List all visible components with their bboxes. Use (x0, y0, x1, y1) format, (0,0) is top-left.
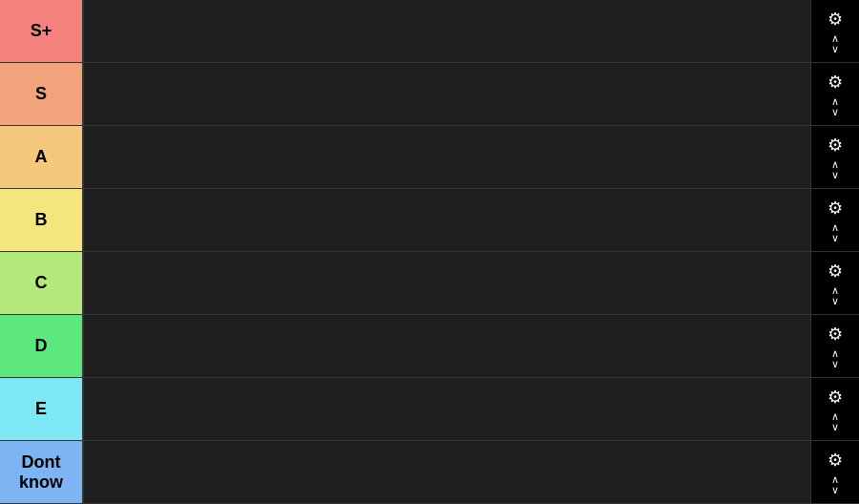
tier-label-sp: S+ (0, 0, 84, 62)
tier-controls-b: ⚙∧∨ (811, 189, 859, 251)
arrow-down-s[interactable]: ∨ (831, 107, 839, 117)
arrow-down-sp[interactable]: ∨ (831, 44, 839, 54)
arrow-down-a[interactable]: ∨ (831, 170, 839, 180)
arrow-up-c[interactable]: ∧ (831, 285, 839, 296)
gear-icon-d[interactable]: ⚙ (828, 324, 843, 345)
gear-icon-c[interactable]: ⚙ (828, 261, 843, 282)
tier-label-s: S (0, 63, 84, 125)
gear-icon-s[interactable]: ⚙ (828, 72, 843, 93)
arrow-down-dk[interactable]: ∨ (831, 485, 839, 495)
arrows-sp: ∧∨ (831, 33, 839, 54)
tier-controls-dk: ⚙∧∨ (811, 441, 859, 503)
tier-controls-d: ⚙∧∨ (811, 315, 859, 377)
tier-row-b: B⚙∧∨ (0, 189, 859, 252)
arrows-dk: ∧∨ (831, 474, 839, 495)
tier-label-e: E (0, 378, 84, 440)
tier-label-c: C (0, 252, 84, 314)
arrow-up-b[interactable]: ∧ (831, 222, 839, 233)
tier-row-c: C⚙∧∨ (0, 252, 859, 315)
tier-row-d: D⚙∧∨ (0, 315, 859, 378)
tier-controls-a: ⚙∧∨ (811, 126, 859, 188)
arrows-c: ∧∨ (831, 285, 839, 306)
gear-icon-sp[interactable]: ⚙ (828, 9, 843, 30)
tier-content-c[interactable] (84, 252, 811, 314)
arrows-e: ∧∨ (831, 411, 839, 432)
arrows-b: ∧∨ (831, 222, 839, 243)
tier-row-s: S⚙∧∨ (0, 63, 859, 126)
arrow-down-b[interactable]: ∨ (831, 233, 839, 243)
arrow-down-d[interactable]: ∨ (831, 359, 839, 369)
gear-icon-a[interactable]: ⚙ (828, 135, 843, 156)
tier-row-sp: S+⚙∧∨ (0, 0, 859, 63)
gear-icon-dk[interactable]: ⚙ (828, 450, 843, 471)
tier-content-s[interactable] (84, 63, 811, 125)
arrow-up-a[interactable]: ∧ (831, 159, 839, 170)
tier-label-b: B (0, 189, 84, 251)
tier-content-sp[interactable] (84, 0, 811, 62)
tier-content-e[interactable] (84, 378, 811, 440)
tier-row-e: E⚙∧∨ (0, 378, 859, 441)
tier-content-dk[interactable] (84, 441, 811, 503)
arrow-up-dk[interactable]: ∧ (831, 474, 839, 485)
gear-icon-b[interactable]: ⚙ (828, 198, 843, 219)
tier-label-dk: Dont know (0, 441, 84, 503)
gear-icon-e[interactable]: ⚙ (828, 387, 843, 408)
tier-label-d: D (0, 315, 84, 377)
tier-content-d[interactable] (84, 315, 811, 377)
tier-content-a[interactable] (84, 126, 811, 188)
arrow-up-d[interactable]: ∧ (831, 348, 839, 359)
arrows-s: ∧∨ (831, 96, 839, 117)
arrow-up-e[interactable]: ∧ (831, 411, 839, 422)
arrows-a: ∧∨ (831, 159, 839, 180)
tier-row-dk: Dont know⚙∧∨ (0, 441, 859, 504)
arrow-up-s[interactable]: ∧ (831, 96, 839, 107)
arrow-down-c[interactable]: ∨ (831, 296, 839, 306)
arrows-d: ∧∨ (831, 348, 839, 369)
tier-list: S+⚙∧∨S⚙∧∨A⚙∧∨B⚙∧∨C⚙∧∨D⚙∧∨E⚙∧∨Dont know⚙∧… (0, 0, 859, 504)
tier-label-a: A (0, 126, 84, 188)
tier-content-b[interactable] (84, 189, 811, 251)
tier-row-a: A⚙∧∨ (0, 126, 859, 189)
arrow-down-e[interactable]: ∨ (831, 422, 839, 432)
tier-controls-c: ⚙∧∨ (811, 252, 859, 314)
tier-controls-e: ⚙∧∨ (811, 378, 859, 440)
tier-controls-s: ⚙∧∨ (811, 63, 859, 125)
tier-controls-sp: ⚙∧∨ (811, 0, 859, 62)
arrow-up-sp[interactable]: ∧ (831, 33, 839, 44)
